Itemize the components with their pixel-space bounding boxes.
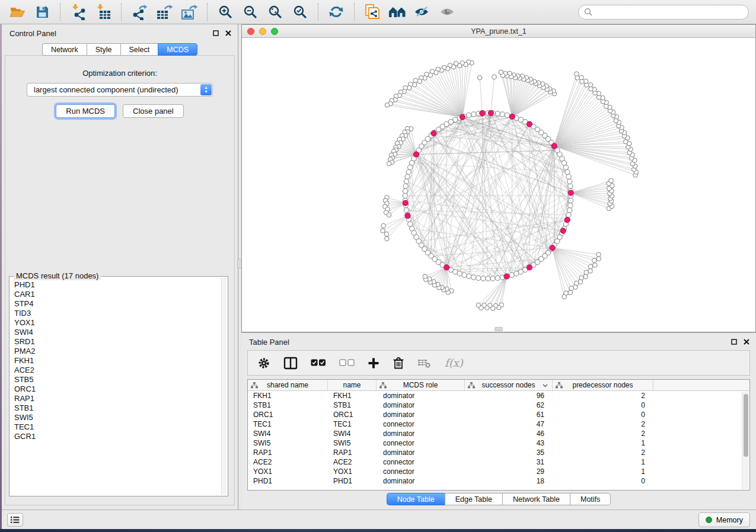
network-graph[interactable] xyxy=(242,38,755,332)
table-row[interactable]: RAP1RAP1dominator352 xyxy=(248,448,749,457)
zoom-in-button[interactable] xyxy=(215,2,235,22)
mcds-result-list[interactable]: PHD1CAR1STP4TID3YOX1SWI4SRD1PMA2FKH1ACE2… xyxy=(11,278,221,495)
cell-name: YOX1 xyxy=(328,467,377,476)
export-network-button[interactable] xyxy=(129,2,149,22)
network-titlebar[interactable]: YPA_prune.txt_1 xyxy=(242,25,755,38)
mcds-result-item[interactable]: SRD1 xyxy=(14,337,221,347)
task-history-button[interactable] xyxy=(7,513,23,527)
tab-mcds[interactable]: MCDS xyxy=(158,43,197,56)
table-row[interactable]: FKH1FKH1dominator962 xyxy=(248,391,749,400)
mcds-result-item[interactable]: PHD1 xyxy=(14,280,221,290)
column-header-predecessor-nodes[interactable]: predecessor nodes xyxy=(553,380,653,390)
mcds-result-item[interactable]: CAR1 xyxy=(14,290,221,299)
memory-button[interactable]: Memory xyxy=(698,512,750,527)
table-row[interactable]: YOX1YOX1connector291 xyxy=(248,467,749,476)
mcds-result-item[interactable]: STP4 xyxy=(14,299,221,309)
save-icon xyxy=(36,5,49,19)
tab-node-table[interactable]: Node Table xyxy=(387,493,445,505)
memory-label: Memory xyxy=(716,516,743,524)
close-panel-icon[interactable] xyxy=(225,30,231,36)
mcds-result-item[interactable]: GCR1 xyxy=(14,432,221,441)
column-header-successor-nodes[interactable]: successor nodes xyxy=(465,380,553,390)
float-panel-icon[interactable] xyxy=(731,339,737,345)
table-scrollbar-thumb[interactable] xyxy=(744,394,748,457)
mcds-result-item[interactable]: STB5 xyxy=(14,375,221,384)
clone-network-button[interactable] xyxy=(362,2,382,22)
zoom-fit-button[interactable] xyxy=(265,2,285,22)
deselect-all-button[interactable] xyxy=(339,354,355,372)
cell-MCDS-role: dominator xyxy=(377,448,465,457)
table-scrollbar[interactable] xyxy=(742,392,749,489)
table-settings-button[interactable] xyxy=(257,354,270,372)
import-table-button[interactable] xyxy=(93,2,113,22)
table-row[interactable]: SWI5SWI5connector431 xyxy=(248,438,749,448)
refresh-icon xyxy=(328,5,344,19)
export-image-button[interactable] xyxy=(179,2,199,22)
tab-motifs[interactable]: Motifs xyxy=(570,493,611,505)
delete-column-button[interactable] xyxy=(393,354,404,372)
close-window-icon[interactable] xyxy=(247,28,254,35)
refresh-view-button[interactable] xyxy=(326,2,346,22)
mcds-result-item[interactable]: STB1 xyxy=(14,403,221,413)
table-row[interactable]: ACE2ACE2connector311 xyxy=(248,457,749,467)
search-input[interactable] xyxy=(596,8,743,17)
column-header-name[interactable]: name xyxy=(328,380,377,390)
mcds-result-item[interactable]: PMA2 xyxy=(14,347,221,356)
tab-select[interactable]: Select xyxy=(120,43,158,56)
table-row[interactable]: PHD1PHD1dominator180 xyxy=(248,476,749,486)
column-header-MCDS-role[interactable]: MCDS role xyxy=(377,380,465,390)
first-neighbors-button[interactable] xyxy=(387,2,407,22)
table-row[interactable]: STB1STB1dominator620 xyxy=(248,400,749,410)
tab-network-table[interactable]: Network Table xyxy=(502,493,570,505)
cell-predecessor-nodes: 2 xyxy=(553,420,653,428)
columns-icon xyxy=(283,357,298,370)
mcds-result-item[interactable]: TID3 xyxy=(14,309,221,318)
zoom-selected-button[interactable] xyxy=(290,2,310,22)
close-panel-button[interactable]: Close panel xyxy=(123,104,184,118)
maximize-window-icon[interactable] xyxy=(271,28,278,35)
mcds-result-item[interactable]: RAP1 xyxy=(14,394,221,403)
delete-table-button[interactable] xyxy=(417,354,432,372)
table-row[interactable]: TEC1TEC1connector472 xyxy=(248,419,749,429)
tab-network[interactable]: Network xyxy=(42,43,87,56)
network-window: YPA_prune.txt_1 xyxy=(241,24,756,332)
show-columns-button[interactable] xyxy=(283,354,298,372)
mcds-list-scrollbar[interactable] xyxy=(221,278,227,495)
zoom-out-button[interactable] xyxy=(240,2,260,22)
search-box[interactable] xyxy=(578,5,749,20)
minimize-window-icon[interactable] xyxy=(259,28,266,35)
network-canvas[interactable] xyxy=(242,38,755,332)
run-mcds-button[interactable]: Run MCDS xyxy=(56,104,115,118)
mcds-result-item[interactable]: ACE2 xyxy=(14,366,221,375)
mcds-result-item[interactable]: SWI5 xyxy=(14,413,221,422)
select-all-button[interactable] xyxy=(311,354,326,372)
table-row[interactable]: SWI4SWI4dominator462 xyxy=(248,429,749,438)
save-session-button[interactable] xyxy=(32,2,52,22)
table-body: FKH1FKH1dominator962STB1STB1dominator620… xyxy=(248,391,749,486)
horizontal-splitter-grip[interactable] xyxy=(495,327,503,331)
table-row[interactable]: ORC1ORC1dominator610 xyxy=(248,410,749,419)
table-panel-title: Table Panel xyxy=(249,338,289,347)
float-panel-icon[interactable] xyxy=(213,30,219,36)
mcds-result-item[interactable]: FKH1 xyxy=(14,356,221,366)
cell-shared-name: ACE2 xyxy=(248,458,328,466)
show-all-button[interactable] xyxy=(437,2,457,22)
tab-edge-table[interactable]: Edge Table xyxy=(445,493,502,505)
import-network-button[interactable] xyxy=(68,2,88,22)
criterion-dropdown[interactable]: largest connected component (undirected)… xyxy=(27,83,213,97)
add-column-button[interactable] xyxy=(368,354,379,372)
leaf-nodes[interactable] xyxy=(381,60,639,310)
hide-selected-button[interactable] xyxy=(412,2,432,22)
tab-style[interactable]: Style xyxy=(87,43,120,56)
mcds-result-item[interactable]: SWI4 xyxy=(14,328,221,337)
mcds-result-item[interactable]: ORC1 xyxy=(14,384,221,394)
cell-MCDS-role: connector xyxy=(377,458,465,466)
cell-predecessor-nodes: 1 xyxy=(553,439,653,447)
function-builder-icon[interactable]: f(x) xyxy=(445,357,463,369)
mcds-result-item[interactable]: TEC1 xyxy=(14,422,221,432)
close-panel-icon[interactable] xyxy=(744,339,749,345)
open-file-button[interactable] xyxy=(7,2,27,22)
column-header-shared-name[interactable]: shared name xyxy=(248,380,328,390)
export-table-button[interactable] xyxy=(154,2,174,22)
mcds-result-item[interactable]: YOX1 xyxy=(14,318,221,328)
